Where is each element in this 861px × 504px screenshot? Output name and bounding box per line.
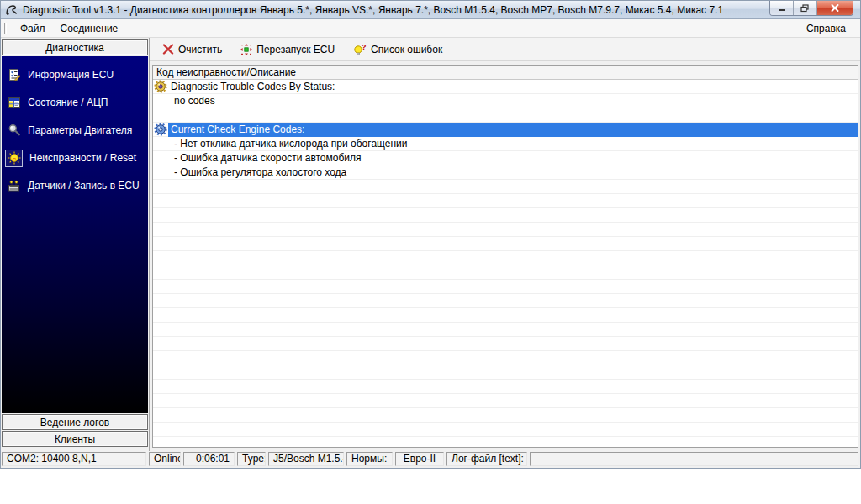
app-logo-icon [5, 3, 18, 17]
restart-ecu-button-label: Перезапуск ECU [256, 44, 335, 55]
status-norms-value: Евро-II [395, 452, 444, 466]
sidebar-item-label: Неисправности / Reset [29, 152, 136, 164]
sidebar-header-diagnostics[interactable]: Диагностика [2, 39, 148, 55]
dtc-row-text: - Ошибка регулятора холостого хода [153, 166, 346, 178]
status-norms-label: Нормы: [346, 452, 393, 466]
window-title: Diagnostic Tool v1.3.1 - Диагностика кон… [23, 4, 723, 16]
dtc-row-text: - Нет отклика датчика кислорода при обог… [153, 138, 408, 150]
restore-icon [800, 4, 810, 13]
clear-button[interactable]: Очистить [156, 41, 228, 58]
content-area: Диагностика Информа [1, 38, 860, 451]
sensor-chip-icon [7, 179, 21, 193]
bulb-icon [5, 150, 23, 167]
restart-ecu-icon [240, 44, 252, 55]
toolbar: Очистить Перезапуск ECU [150, 38, 860, 61]
sidebar-nav-panel: Информация ECU [2, 56, 148, 413]
dtc-row-text: Current Check Engine Codes: [153, 123, 304, 135]
close-button[interactable] [817, 1, 853, 15]
dtc-row-text: no codes [153, 95, 215, 107]
status-com-port: COM2: 10400 8,N,1 [2, 452, 146, 466]
sidebar-item-label: Состояние / АЦП [28, 97, 108, 108]
sidebar-item-faults-reset[interactable]: Неисправности / Reset [2, 150, 148, 166]
sidebar-button-clients[interactable]: Клиенты [2, 431, 148, 447]
status-type-label: Type: [237, 452, 266, 466]
bulb-question-icon: ? [353, 44, 367, 55]
app-window: Diagnostic Tool v1.3.1 - Диагностика кон… [0, 0, 861, 469]
status-online: Online [149, 452, 181, 466]
sidebar-item-engine-params[interactable]: Параметры Двигателя [2, 122, 148, 139]
magnifier-icon [7, 123, 21, 138]
status-log-label: Лог-файл [text]: [446, 452, 527, 466]
menu-connection[interactable]: Соединение [53, 21, 126, 36]
sidebar: Диагностика Информа [1, 38, 150, 451]
svg-text:?: ? [362, 44, 367, 51]
error-list-button[interactable]: ? Список ошибок [347, 41, 448, 58]
sidebar-item-state-adc[interactable]: Состояние / АЦП [2, 94, 148, 111]
dtc-row-error-2[interactable]: - Ошибка датчика скорости автомобиля [153, 151, 858, 165]
main-area: Очистить Перезапуск ECU [150, 38, 860, 451]
dtc-list-body: Diagnostic Trouble Codes By Status: no c… [153, 80, 858, 447]
status-bar: COM2: 10400 8,N,1 Online 0:06:01 Type: J… [1, 451, 860, 468]
status-type-value: J5/Bosch M1.5.4 [268, 452, 344, 466]
dtc-row-no-codes[interactable]: no codes [153, 94, 858, 108]
dtc-row-current-codes-header[interactable]: Current Check Engine Codes: [153, 123, 858, 137]
menu-file[interactable]: Файл [13, 21, 53, 36]
sidebar-item-label: Информация ECU [28, 69, 114, 81]
minimize-icon [778, 4, 786, 12]
clear-button-label: Очистить [178, 44, 222, 55]
window-controls [769, 1, 853, 16]
dtc-row-error-1[interactable]: - Нет отклика датчика кислорода при обог… [153, 137, 858, 151]
restart-ecu-button[interactable]: Перезапуск ECU [235, 41, 341, 58]
sidebar-item-label: Параметры Двигателя [28, 124, 132, 136]
title-bar: Diagnostic Tool v1.3.1 - Диагностика кон… [1, 1, 860, 19]
dtc-row-status-header[interactable]: Diagnostic Trouble Codes By Status: [153, 80, 858, 94]
dtc-list: Код неисправности/Описание Diagnostic Tr… [152, 65, 858, 448]
document-pencil-icon [7, 68, 21, 82]
error-list-button-label: Список ошибок [371, 44, 442, 55]
status-timer: 0:06:01 [183, 452, 235, 466]
minimize-button[interactable] [770, 1, 794, 15]
status-log-value [530, 452, 858, 466]
sidebar-item-sensors-write[interactable]: Датчики / Запись в ECU [2, 177, 148, 194]
sidebar-item-ecu-info[interactable]: Информация ECU [2, 66, 148, 83]
dtc-row-text: - Ошибка датчика скорости автомобиля [153, 152, 362, 164]
sidebar-item-label: Датчики / Запись в ECU [28, 180, 140, 192]
restore-button[interactable] [794, 1, 817, 15]
sidebar-button-logs[interactable]: Ведение логов [2, 414, 148, 430]
dtc-row-text: Diagnostic Trouble Codes By Status: [153, 81, 335, 92]
dtc-column-header[interactable]: Код неисправности/Описание [153, 66, 858, 80]
menu-help[interactable]: Справка [799, 21, 853, 36]
toolbar-grip [4, 23, 7, 34]
red-x-icon [162, 44, 174, 55]
close-icon [831, 4, 839, 12]
menu-bar: Файл Соединение Справка [1, 19, 860, 38]
table-grid-icon [7, 96, 21, 110]
dtc-row-error-3[interactable]: - Ошибка регулятора холостого хода [153, 165, 858, 180]
dtc-row-empty[interactable] [153, 108, 858, 123]
